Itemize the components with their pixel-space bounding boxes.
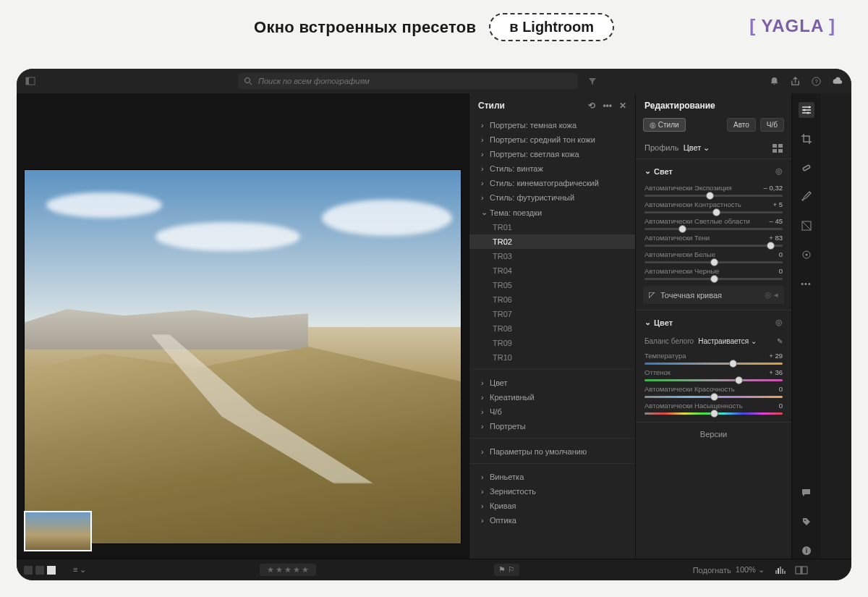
preset-item[interactable]: TR08 (469, 321, 635, 336)
more-icon[interactable]: ••• (603, 101, 612, 111)
crop-icon[interactable] (799, 131, 814, 147)
heal-icon[interactable] (799, 160, 814, 176)
photo-canvas[interactable] (24, 169, 461, 544)
preset-group[interactable]: ›Портреты: темная кожа (469, 118, 635, 132)
flag-icon[interactable]: ⚑ ⚐ (494, 564, 519, 576)
tag-icon[interactable] (799, 514, 814, 530)
preset-group[interactable]: ›Портреты: светлая кожа (469, 147, 635, 161)
linear-gradient-icon[interactable] (799, 218, 814, 234)
preset-item[interactable]: TR01 (469, 220, 635, 234)
histogram-icon[interactable] (775, 566, 786, 575)
sliders-icon[interactable] (799, 102, 814, 118)
undo-icon[interactable]: ⟲ (588, 101, 595, 111)
slider-Автоматически Насыщенность[interactable]: Автоматически Насыщенность0 (636, 399, 791, 416)
slider-track[interactable] (644, 261, 783, 263)
slider-track[interactable] (644, 278, 783, 280)
preset-item[interactable]: TR06 (469, 292, 635, 307)
slider-Температура[interactable]: Температура+ 29 (636, 350, 791, 366)
preset-group[interactable]: ›Ч/б (469, 405, 635, 419)
preset-group[interactable]: ›Виньетка (469, 470, 635, 484)
panel-toggle-icon[interactable] (25, 76, 35, 86)
preset-item[interactable]: TR10 (469, 350, 635, 365)
slider-track[interactable] (644, 363, 783, 365)
preset-group[interactable]: ›Стиль: кинематографический (469, 176, 635, 190)
slider-Автоматически Белые[interactable]: Автоматически Белые0 (636, 248, 791, 265)
slider-Автоматически Черные[interactable]: Автоматически Черные0 (636, 265, 791, 281)
preset-item[interactable]: TR09 (469, 336, 635, 350)
share-icon[interactable] (790, 76, 801, 87)
slider-Автоматически Экспозиция[interactable]: Автоматически Экспозиция– 0,32 (636, 182, 791, 198)
preset-group[interactable]: ›Цвет (469, 376, 635, 390)
slider-track[interactable] (644, 412, 783, 415)
profile-value[interactable]: Цвет ⌄ (684, 143, 710, 152)
slider-label: Автоматически Насыщенность (644, 402, 743, 410)
wb-value[interactable]: Настраивается ⌄ (698, 337, 757, 345)
preset-group[interactable]: ›Портреты (469, 419, 635, 433)
chevron-down-icon[interactable]: ⌄ (644, 166, 651, 176)
slider-track[interactable] (644, 228, 783, 230)
profile-grid-icon[interactable] (773, 144, 783, 153)
slider-knob[interactable] (706, 192, 714, 200)
slider-Оттенок[interactable]: Оттенок+ 36 (636, 366, 791, 383)
slider-track[interactable] (644, 245, 783, 247)
photo-thumbnail[interactable] (24, 511, 92, 551)
preset-item[interactable]: TR02 (469, 234, 635, 249)
preset-group[interactable]: ⌄Тема: поездки (469, 205, 635, 220)
search-input[interactable] (258, 77, 572, 85)
preset-group[interactable]: ›Стиль: винтаж (469, 161, 635, 176)
tone-curve-button[interactable]: ◸ Точечная кривая ◎ ◂ (643, 286, 784, 304)
slider-knob[interactable] (767, 242, 775, 250)
slider-Автоматически Красочность[interactable]: Автоматически Красочность0 (636, 383, 791, 399)
preset-group-label: Стиль: кинематографический (490, 179, 599, 187)
slider-track[interactable] (644, 211, 783, 213)
preset-group[interactable]: ›Кривая (469, 499, 635, 513)
preset-group[interactable]: ›Параметры по умолчанию (469, 444, 635, 459)
slider-knob[interactable] (710, 258, 718, 266)
preset-item[interactable]: TR05 (469, 278, 635, 292)
slider-Автоматически Светлые области[interactable]: Автоматически Светлые области– 45 (636, 215, 791, 232)
slider-track[interactable] (644, 379, 783, 381)
more-icon[interactable]: ••• (799, 276, 814, 292)
radial-gradient-icon[interactable] (799, 247, 814, 263)
cloud-icon[interactable] (832, 76, 843, 87)
search-bar[interactable] (238, 73, 578, 89)
slider-Автоматически Контрастность[interactable]: Автоматически Контрастность+ 5 (636, 198, 791, 215)
slider-knob[interactable] (710, 410, 718, 418)
chevron-down-icon[interactable]: ⌄ (644, 318, 651, 327)
eye-icon[interactable]: ◎ (775, 166, 783, 176)
bw-chip[interactable]: Ч/б (760, 118, 784, 132)
preset-group[interactable]: ›Оптика (469, 513, 635, 528)
close-icon[interactable]: ✕ (619, 101, 626, 111)
sort-icon[interactable]: ≡ ⌄ (73, 565, 86, 575)
preset-item[interactable]: TR04 (469, 263, 635, 278)
view-switcher[interactable] (24, 566, 56, 575)
eyedropper-icon[interactable]: ✎ (777, 337, 783, 345)
presets-chip[interactable]: ◎ Стили (643, 118, 686, 132)
slider-knob[interactable] (710, 275, 718, 283)
auto-chip[interactable]: Авто (727, 118, 756, 132)
help-icon[interactable]: ? (811, 76, 822, 87)
slider-Автоматически Тени[interactable]: Автоматически Тени+ 83 (636, 232, 791, 248)
preset-group[interactable]: ›Стиль: футуристичный (469, 190, 635, 205)
versions-button[interactable]: Версии (636, 422, 791, 446)
filter-icon[interactable] (588, 77, 597, 85)
zoom-value[interactable]: 100% ⌄ (736, 565, 765, 575)
info-icon[interactable]: i (799, 543, 814, 559)
slider-knob[interactable] (710, 393, 718, 401)
slider-knob[interactable] (678, 225, 686, 233)
eye-icon[interactable]: ◎ (775, 318, 783, 327)
rating-stars[interactable]: ★★★★★ (260, 564, 316, 576)
compare-icon[interactable] (795, 566, 808, 575)
preset-item[interactable]: TR07 (469, 307, 635, 321)
preset-item[interactable]: TR03 (469, 249, 635, 263)
brush-icon[interactable] (799, 189, 814, 205)
comment-icon[interactable] (799, 485, 814, 501)
fit-button[interactable]: Подогнать (693, 566, 731, 575)
slider-track[interactable] (644, 396, 783, 398)
slider-track[interactable] (644, 195, 783, 197)
bell-icon[interactable] (769, 76, 780, 87)
preset-group[interactable]: ›Креативный (469, 390, 635, 405)
preset-group[interactable]: ›Зернистость (469, 484, 635, 499)
slider-knob[interactable] (735, 376, 743, 384)
preset-group[interactable]: ›Портреты: средний тон кожи (469, 132, 635, 147)
